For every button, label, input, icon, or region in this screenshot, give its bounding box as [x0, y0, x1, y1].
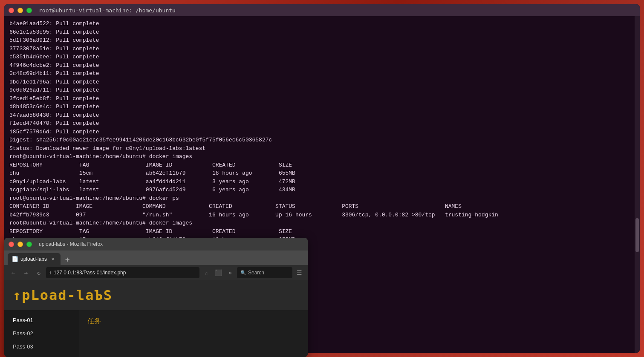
bookmark-button[interactable]: ☆ — [201, 268, 211, 278]
active-tab[interactable]: 📄 upload-labs ✕ — [8, 253, 61, 265]
browser-title: upload-labs - Mozilla Firefox — [39, 241, 103, 247]
menu-button[interactable]: ☰ — [294, 268, 304, 278]
close-button[interactable] — [9, 8, 14, 13]
maximize-button[interactable] — [26, 8, 32, 13]
browser-tabs: 📄 upload-labs ✕ + — [4, 250, 308, 265]
search-bar[interactable]: 🔍 Search — [237, 267, 292, 278]
info-icon: ℹ — [49, 271, 51, 275]
forward-button[interactable]: → — [20, 267, 32, 278]
browser-content: ↑pLoad-laЪS Pass-01 Pass-02 Pass-03 任务 — [4, 280, 308, 357]
url-text: 127.0.0.1:83/Pass-01/index.php — [54, 270, 126, 276]
address-bar[interactable]: ℹ 127.0.0.1:83/Pass-01/index.php — [46, 267, 199, 278]
browser-window: upload-labs - Mozilla Firefox 📄 upload-l… — [4, 238, 308, 357]
back-button[interactable]: ← — [8, 267, 19, 278]
webpage-header: ↑pLoad-laЪS — [4, 280, 308, 310]
content-area: 任务 — [79, 310, 308, 357]
tab-close-button[interactable]: ✕ — [49, 256, 56, 262]
terminal-title: root@ubuntu-virtual-machine: /home/ubunt… — [39, 7, 176, 14]
sidebar-nav: Pass-01 Pass-02 Pass-03 — [4, 310, 79, 357]
site-logo: ↑pLoad-laЪS — [13, 287, 299, 303]
search-icon: 🔍 — [240, 270, 246, 276]
tab-favicon: 📄 — [12, 256, 18, 262]
reload-button[interactable]: ↻ — [33, 267, 44, 278]
browser-close-button[interactable] — [9, 242, 14, 247]
new-tab-button[interactable]: + — [61, 253, 73, 265]
webpage-body: Pass-01 Pass-02 Pass-03 任务 — [4, 310, 308, 357]
minimize-button[interactable] — [17, 8, 23, 13]
browser-minimize-button[interactable] — [17, 242, 23, 247]
search-placeholder: Search — [248, 270, 264, 276]
terminal-titlebar: root@ubuntu-virtual-machine: /home/ubunt… — [4, 4, 640, 16]
browser-titlebar: upload-labs - Mozilla Firefox — [4, 238, 308, 250]
sidebar-item-pass03[interactable]: Pass-03 — [4, 340, 79, 353]
content-label: 任务 — [87, 317, 299, 326]
terminal-scrollbar-thumb[interactable] — [635, 218, 639, 252]
tab-label: upload-labs — [20, 256, 47, 262]
screenshot-button[interactable]: ⬛ — [213, 268, 223, 278]
sidebar-item-pass01[interactable]: Pass-01 — [4, 314, 79, 327]
terminal-scrollbar[interactable] — [635, 16, 640, 353]
more-tabs-button[interactable]: » — [225, 268, 235, 278]
browser-maximize-button[interactable] — [26, 242, 32, 247]
sidebar-item-pass02[interactable]: Pass-02 — [4, 327, 79, 340]
browser-navbar: ← → ↻ ℹ 127.0.0.1:83/Pass-01/index.php ☆… — [4, 265, 308, 280]
